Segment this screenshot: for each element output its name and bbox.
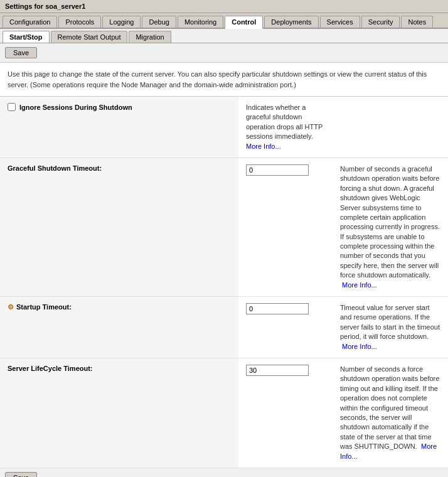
startup-icon: ⚙ [8,303,14,311]
window-title: Settings for soa_server1 [0,0,448,13]
toolbar: Save [0,43,448,63]
tab-notes[interactable]: Notes [401,16,433,28]
ignore-sessions-desc: Indicates whether a graceful shutdown op… [238,97,333,158]
graceful-timeout-more-info[interactable]: More Info... [342,281,377,289]
tab-logging[interactable]: Logging [102,16,141,28]
bottom-save-button[interactable]: Save [5,472,37,477]
startup-timeout-desc: Timeout value for server start and resum… [333,297,448,358]
tab-configuration[interactable]: Configuration [3,16,57,28]
ignore-sessions-more-info[interactable]: More Info... [246,142,281,150]
tab-deployments[interactable]: Deployments [264,16,318,28]
graceful-timeout-input-cell [238,158,333,296]
page-description: Use this page to change the state of the… [0,63,448,97]
graceful-timeout-row: Graceful Shutdown Timeout: Number of sec… [0,158,448,296]
tab-remote-start-output[interactable]: Remote Start Output [51,31,128,43]
startup-timeout-input[interactable] [246,303,309,314]
startup-timeout-input-cell [238,297,333,358]
graceful-timeout-desc: Number of seconds a graceful shutdown op… [333,158,448,296]
settings-table: Ignore Sessions During Shutdown Indicate… [0,97,448,468]
lifecycle-timeout-desc: Number of seconds a force shutdown opera… [333,358,448,468]
tab-protocols[interactable]: Protocols [58,16,101,28]
lifecycle-timeout-input-cell [238,358,333,468]
ignore-sessions-label-cell: Ignore Sessions During Shutdown [0,97,238,158]
lifecycle-timeout-row: Server LifeCycle Timeout: Number of seco… [0,358,448,468]
lifecycle-timeout-input[interactable] [246,365,309,376]
ignore-sessions-row: Ignore Sessions During Shutdown Indicate… [0,97,448,158]
save-button[interactable]: Save [5,47,37,58]
tab-control[interactable]: Control [225,16,263,29]
tab-monitoring[interactable]: Monitoring [178,16,223,28]
second-tab-bar: Start/Stop Remote Start Output Migration [0,29,448,43]
tab-migration[interactable]: Migration [129,31,171,43]
ignore-sessions-label: Ignore Sessions During Shutdown [19,104,132,111]
startup-timeout-label: Startup Timeout: [16,303,72,311]
graceful-timeout-label: Graceful Shutdown Timeout: [0,158,238,296]
startup-timeout-row: ⚙Startup Timeout: Timeout value for serv… [0,297,448,358]
bottom-toolbar: Save [0,468,448,477]
top-tab-bar: Configuration Protocols Logging Debug Mo… [0,13,448,29]
lifecycle-timeout-label: Server LifeCycle Timeout: [0,358,238,468]
ignore-sessions-checkbox[interactable] [8,103,16,111]
startup-timeout-label-cell: ⚙Startup Timeout: [0,297,238,358]
graceful-timeout-input[interactable] [246,164,309,176]
tab-security[interactable]: Security [361,16,400,28]
settings-section: Ignore Sessions During Shutdown Indicate… [0,97,448,468]
tab-debug[interactable]: Debug [142,16,176,28]
tab-services[interactable]: Services [320,16,360,28]
tab-start-stop[interactable]: Start/Stop [3,31,50,43]
startup-timeout-more-info[interactable]: More Info... [342,343,377,350]
